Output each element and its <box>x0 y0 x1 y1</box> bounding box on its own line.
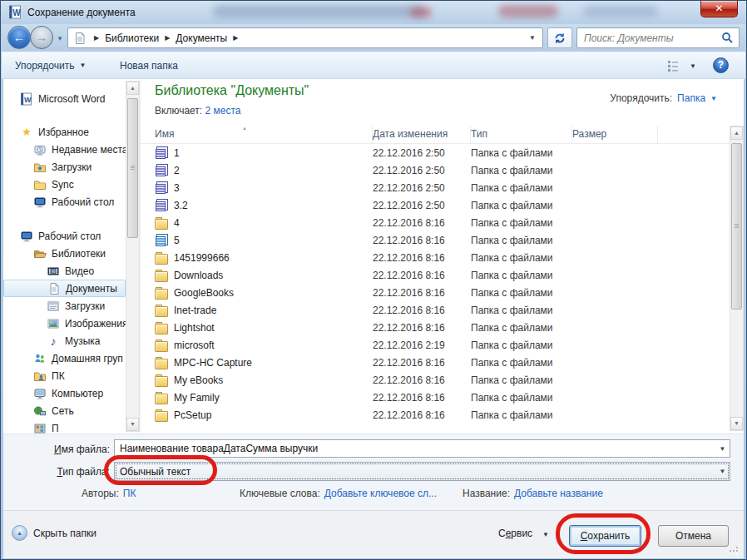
column-header-type[interactable]: Тип <box>471 126 572 144</box>
sidebar-item-computer[interactable]: Компьютер <box>3 384 126 402</box>
word-app-icon: W <box>8 5 22 19</box>
file-row[interactable]: 522.12.2016 8:16Папка с файлами <box>141 231 730 249</box>
sidebar-item-videos[interactable]: Видео <box>3 262 126 280</box>
breadcrumb-documents[interactable]: Документы <box>176 32 227 44</box>
cancel-button[interactable]: Отмена <box>658 525 729 547</box>
search-input[interactable] <box>582 32 721 45</box>
sidebar-item-downloads[interactable]: Загрузки <box>3 158 126 176</box>
sidebar-item-homegroup[interactable]: Домашняя груп <box>3 349 126 367</box>
title-value-link[interactable]: Добавьте название <box>514 488 603 499</box>
file-list: 122.12.2016 2:50Папка с файлами 222.12.2… <box>141 144 730 424</box>
scroll-up-icon[interactable]: ▲ <box>730 126 743 140</box>
sidebar-item-microsoft-word[interactable]: W Microsoft Word <box>3 90 126 107</box>
file-row[interactable]: GoogleBooks22.12.2016 8:16Папка с файлам… <box>141 284 730 301</box>
column-header-date[interactable]: Дата изменения <box>373 126 471 144</box>
address-bar[interactable]: ▶ Библиотеки ▶ Документы ▶ ▼ <box>67 27 543 48</box>
refresh-button[interactable] <box>547 27 572 48</box>
filetype-select[interactable]: Обычный текст ▼ <box>114 462 730 481</box>
sort-ascending-icon: ▲ <box>242 126 247 131</box>
file-row[interactable]: My eBooks22.12.2016 8:16Папка с файлами <box>141 371 730 389</box>
hide-folders-label: Скрыть папки <box>33 528 96 539</box>
scrollbar-thumb[interactable] <box>127 98 138 238</box>
refresh-icon <box>553 32 566 45</box>
sidebar-item-pictures[interactable]: Изображения <box>3 315 126 332</box>
sidebar-item-label: Загрузки <box>65 300 105 312</box>
sidebar-item-recent-places[interactable]: Недавние места <box>3 141 126 158</box>
pictures-library-icon <box>47 317 60 330</box>
file-row[interactable]: 222.12.2016 2:50Папка с файлами <box>141 161 730 179</box>
desktop-icon <box>20 230 33 243</box>
hide-folders-button[interactable]: ▲ Скрыть папки <box>12 525 96 541</box>
sidebar-item-sync[interactable]: Sync <box>3 176 126 193</box>
file-row[interactable]: My Family22.12.2016 8:16Папка с файлами <box>141 389 730 406</box>
chevron-down-icon[interactable]: ▼ <box>715 445 730 453</box>
file-row[interactable]: 422.12.2016 8:16Папка с файлами <box>141 214 730 231</box>
sidebar-item-label: Sync <box>52 179 74 191</box>
chevron-down-icon[interactable]: ▼ <box>542 531 549 538</box>
change-view-button[interactable]: ▼ <box>664 57 699 75</box>
sidebar-item-label: Избранное <box>38 126 89 138</box>
sidebar-item-desktop-root[interactable]: Рабочий стол <box>3 227 126 245</box>
arrange-value-link[interactable]: Папка <box>677 92 705 104</box>
sidebar-item-favorites[interactable]: ★ Избранное <box>3 123 126 141</box>
file-icon <box>155 146 168 160</box>
chevron-down-icon[interactable]: ▼ <box>715 468 730 475</box>
authors-value-link[interactable]: ПК <box>123 488 136 499</box>
back-button[interactable]: ← <box>7 26 31 49</box>
recent-pages-dropdown[interactable]: ▼ <box>57 35 63 42</box>
scroll-down-icon[interactable]: ▼ <box>126 418 139 431</box>
file-row[interactable]: Downloads22.12.2016 8:16Папка с файлами <box>141 266 730 284</box>
save-form: Имя файла: ▼ Тип файла: Обычный текст ▼ … <box>3 434 744 510</box>
sidebar-item-control-panel[interactable]: П <box>3 419 126 434</box>
keywords-value-link[interactable]: Добавьте ключевое сл... <box>324 488 437 499</box>
chevron-down-icon: ▼ <box>690 62 696 70</box>
file-row[interactable]: Lightshot22.12.2016 8:16Папка с файлами <box>141 319 730 336</box>
file-row[interactable]: MPC-HC Capture22.12.2016 8:16Папка с фай… <box>141 354 730 371</box>
organize-menu-button[interactable]: Упорядочить ▼ <box>8 52 92 78</box>
window-title: Сохранение документа <box>27 7 136 18</box>
file-row[interactable]: 3.222.12.2016 2:50Папка с файлами <box>141 196 730 214</box>
resize-grip[interactable] <box>730 545 740 555</box>
address-dropdown-icon[interactable]: ▼ <box>526 34 539 42</box>
sidebar-scrollbar[interactable]: ▲ ▼ <box>126 81 140 432</box>
scroll-up-icon[interactable]: ▲ <box>126 82 139 95</box>
forward-button[interactable]: → <box>30 26 53 49</box>
sidebar-item-pk[interactable]: ПК <box>3 367 126 384</box>
sidebar-item-label: Рабочий стол <box>38 230 101 242</box>
scrollbar-thumb[interactable] <box>731 143 742 310</box>
breadcrumb-libraries[interactable]: Библиотеки <box>105 32 159 44</box>
chevron-down-icon[interactable]: ▼ <box>710 95 717 102</box>
file-row[interactable]: 122.12.2016 2:50Папка с файлами <box>141 144 730 161</box>
title-bar[interactable]: W Сохранение документа ✕ <box>1 1 746 24</box>
folder-icon <box>33 178 47 191</box>
file-icon <box>155 234 168 247</box>
column-header-name[interactable]: Имя <box>155 126 373 144</box>
title-group: Название: Добавьте название <box>463 488 603 499</box>
file-list-scrollbar[interactable]: ▲ ▼ <box>730 126 744 431</box>
file-icon <box>155 391 168 404</box>
sidebar-item-music[interactable]: ♪ Музыка <box>3 332 126 349</box>
sidebar-item-network[interactable]: Сеть <box>3 402 126 419</box>
file-row[interactable]: microsoft22.12.2016 2:19Папка с файлами <box>141 336 730 354</box>
file-icon <box>155 181 168 195</box>
sidebar-item-downloads-library[interactable]: Загрузки <box>3 297 126 315</box>
close-button[interactable]: ✕ <box>700 1 738 17</box>
help-button[interactable]: ? <box>713 57 729 73</box>
sidebar-item-documents[interactable]: Документы <box>3 280 126 297</box>
file-row[interactable]: 322.12.2016 2:50Папка с файлами <box>141 179 730 196</box>
file-row[interactable]: Inet-trade22.12.2016 8:16Папка с файлами <box>141 301 730 319</box>
file-row[interactable]: 145199966622.12.2016 8:16Папка с файлами <box>141 249 730 266</box>
sidebar-item-desktop[interactable]: Рабочий стол <box>3 193 126 211</box>
sidebar-item-libraries[interactable]: Библиотеки <box>3 245 126 262</box>
column-header-size[interactable]: Размер <box>572 126 658 144</box>
filename-input[interactable] <box>115 443 715 454</box>
includes-link[interactable]: 2 места <box>205 105 241 116</box>
file-row[interactable]: PcSetup22.12.2016 8:16Папка с файлами <box>141 406 730 424</box>
save-button[interactable]: Сохранить <box>569 525 641 547</box>
breadcrumb-separator-icon: ▶ <box>165 34 170 42</box>
new-folder-button[interactable]: Новая папка <box>113 52 185 78</box>
scroll-down-icon[interactable]: ▼ <box>730 417 743 430</box>
tools-menu-button[interactable]: Сервис <box>498 528 532 539</box>
navigation-bar: ← → ▼ ▶ Библиотеки ▶ Документы ▶ ▼ <box>2 24 745 52</box>
keywords-group: Ключевые слова: Добавьте ключевое сл... <box>240 488 437 499</box>
